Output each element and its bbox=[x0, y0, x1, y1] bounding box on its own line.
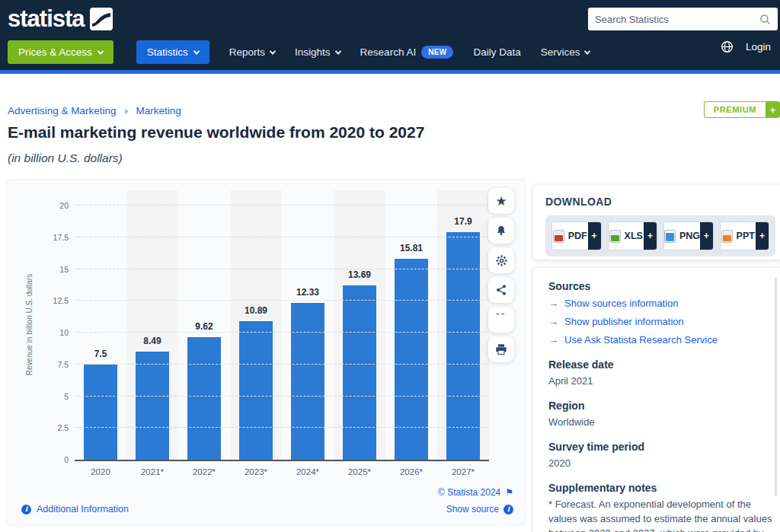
info-icon: i bbox=[21, 505, 31, 514]
bar-2025* bbox=[343, 285, 376, 460]
header-right: Login bbox=[721, 40, 771, 53]
globe-icon[interactable] bbox=[721, 40, 734, 53]
show-publisher-link[interactable]: → Show publisher information bbox=[548, 314, 772, 329]
chevron-down-icon bbox=[334, 48, 340, 54]
gridline bbox=[75, 427, 489, 428]
nav-insights[interactable]: Insights bbox=[295, 46, 340, 58]
x-tick-label: 2026* bbox=[385, 467, 437, 476]
bar-2020 bbox=[84, 365, 117, 460]
chevron-down-icon bbox=[584, 48, 590, 54]
chart-card: Revenue in billion U.S. dollars 7.58.499… bbox=[8, 180, 526, 525]
gridline bbox=[75, 205, 489, 205]
release-date-value: April 2021 bbox=[548, 374, 772, 388]
bar-2022* bbox=[187, 337, 221, 460]
bar-value-label: 12.33 bbox=[282, 287, 334, 298]
release-date-heading: Release date bbox=[548, 358, 772, 371]
nav-daily-data[interactable]: Daily Data bbox=[473, 46, 520, 58]
bar-value-label: 9.62 bbox=[178, 321, 230, 332]
sidebar-scrollbar[interactable] bbox=[775, 277, 777, 496]
plus-icon: + bbox=[588, 222, 601, 250]
breadcrumb: Advertising & Marketing › Marketing bbox=[8, 105, 181, 116]
supplementary-notes-text: * Forecast. An exponential development o… bbox=[548, 497, 772, 532]
x-tick-label: 2020 bbox=[75, 467, 126, 476]
logo-text: statista bbox=[8, 5, 85, 33]
plus-icon: + bbox=[644, 222, 657, 250]
region-value: Worldwide bbox=[548, 415, 772, 429]
ask-statista-link[interactable]: → Use Ask Statista Research Service bbox=[548, 333, 772, 347]
breadcrumb-advertising-marketing[interactable]: Advertising & Marketing bbox=[8, 105, 117, 116]
bar-column: 10.89 bbox=[230, 190, 282, 460]
star-icon: ★ bbox=[495, 193, 507, 209]
print-button[interactable] bbox=[488, 336, 514, 362]
share-button[interactable] bbox=[488, 277, 514, 303]
show-source-link[interactable]: Show source i bbox=[438, 501, 513, 518]
gridline bbox=[75, 396, 489, 397]
gridline bbox=[75, 237, 489, 237]
y-tick-label: 17.5 bbox=[38, 233, 69, 242]
y-tick-label: 0 bbox=[38, 455, 69, 464]
flag-icon[interactable]: ⚑ bbox=[505, 484, 513, 501]
x-tick-label: 2027* bbox=[437, 467, 489, 476]
login-link[interactable]: Login bbox=[746, 41, 771, 53]
gear-icon bbox=[495, 254, 508, 267]
x-tick-label: 2025* bbox=[334, 467, 385, 476]
chevron-down-icon bbox=[270, 48, 276, 54]
show-sources-link[interactable]: → Show sources information bbox=[548, 296, 772, 311]
page-title: E-mail marketing revenue worldwide from … bbox=[8, 123, 424, 142]
premium-badge[interactable]: PREMIUM + bbox=[704, 101, 780, 118]
bar-2021* bbox=[136, 352, 169, 460]
nav-services[interactable]: Services bbox=[541, 46, 590, 58]
x-tick-label: 2022* bbox=[178, 467, 230, 476]
pdf-file-icon bbox=[553, 230, 564, 243]
bell-icon bbox=[495, 225, 507, 237]
bar-column: 13.69 bbox=[334, 190, 385, 460]
bar-column: 9.62 bbox=[178, 190, 230, 460]
additional-information-link[interactable]: i Additional Information bbox=[21, 504, 129, 514]
bar-value-label: 15.81 bbox=[385, 243, 437, 253]
statista-logo[interactable]: statista bbox=[8, 5, 113, 33]
plus-icon: + bbox=[766, 101, 780, 118]
gridline bbox=[75, 269, 489, 269]
info-icon: i bbox=[503, 505, 513, 514]
x-tick-label: 2023* bbox=[230, 467, 282, 476]
breadcrumb-marketing[interactable]: Marketing bbox=[136, 105, 181, 116]
bar-value-label: 17.9 bbox=[437, 216, 489, 227]
nav-research-ai[interactable]: Research AI NEW bbox=[360, 46, 454, 59]
bar-column: 8.49 bbox=[126, 190, 178, 460]
bar-value-label: 10.89 bbox=[230, 305, 282, 316]
arrow-right-icon: → bbox=[548, 314, 558, 329]
gridline bbox=[75, 332, 489, 333]
prices-access-button[interactable]: Prices & Access bbox=[8, 40, 113, 64]
chart-footer-right: © Statista 2024 ⚑ Show source i bbox=[438, 484, 513, 518]
download-xls-button[interactable]: XLS + bbox=[608, 221, 658, 250]
alert-button[interactable] bbox=[488, 218, 514, 244]
x-tick-label: 2024* bbox=[282, 467, 334, 476]
y-axis-title: Revenue in billion U.S. dollars bbox=[25, 256, 34, 393]
plus-icon: + bbox=[700, 222, 712, 250]
quote-icon: “ bbox=[494, 314, 507, 326]
copyright-line: © Statista 2024 ⚑ bbox=[438, 484, 513, 501]
statistics-button[interactable]: Statistics bbox=[136, 40, 209, 64]
download-title: DOWNLOAD bbox=[545, 196, 775, 208]
png-image-icon bbox=[664, 230, 676, 243]
y-tick-label: 7.5 bbox=[38, 360, 69, 369]
statistic-info-card: Sources → Show sources information → Sho… bbox=[533, 268, 780, 532]
search-icon[interactable] bbox=[759, 14, 771, 25]
plus-icon: + bbox=[756, 222, 769, 250]
y-tick-label: 15 bbox=[38, 265, 69, 274]
bar-2026* bbox=[395, 259, 428, 460]
share-icon bbox=[495, 284, 507, 296]
main-nav: Prices & Access Statistics Reports Insig… bbox=[8, 40, 590, 64]
download-pdf-button[interactable]: PDF + bbox=[551, 221, 602, 250]
download-ppt-button[interactable]: PPT + bbox=[720, 221, 770, 250]
statistics-label: Statistics bbox=[147, 46, 188, 58]
settings-button[interactable] bbox=[488, 247, 514, 273]
search-input[interactable] bbox=[595, 14, 759, 25]
gridline bbox=[75, 300, 489, 301]
favorite-button[interactable]: ★ bbox=[488, 188, 514, 214]
x-tick-label: 2021* bbox=[126, 467, 178, 476]
download-png-button[interactable]: PNG + bbox=[663, 221, 714, 250]
nav-reports[interactable]: Reports bbox=[229, 46, 275, 58]
download-buttons: PDF + XLS + PNG + PPT + bbox=[545, 215, 775, 256]
cite-button[interactable]: “ bbox=[488, 307, 514, 333]
